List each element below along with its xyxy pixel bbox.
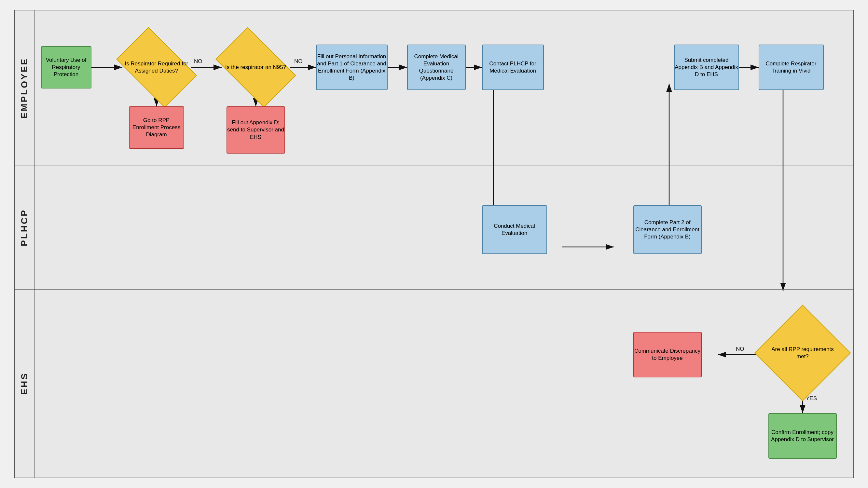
fill-appendix-d-node: Fill out Appendix D; send to Supervisor …	[226, 106, 285, 154]
confirm-enrollment-node: Confirm Enrollment; copy Appendix D to S…	[768, 413, 837, 459]
is-n95-diamond: Is the respirator an N95?	[215, 27, 296, 107]
requirements-met-diamond: Are all RPP requirements met?	[754, 304, 851, 401]
svg-text:NO: NO	[736, 346, 744, 352]
ehs-label: EHS	[15, 290, 34, 478]
employee-label-text: EMPLOYEE	[19, 58, 30, 119]
plhcp-label: PLHCP	[15, 166, 34, 289]
submit-appendix-node: Submit completed Appendix B and Appendix…	[674, 44, 739, 90]
swim-lane-plhcp: PLHCP Conduct Medical Evaluation Complet…	[15, 166, 854, 290]
voluntary-use-node: Voluntary Use of Respiratory Protection	[41, 46, 91, 89]
ehs-arrows: NO YES	[34, 290, 854, 478]
ehs-label-text: EHS	[19, 372, 30, 395]
go-to-rpp-node: Go to RPP Enrollment Process Diagram	[129, 106, 184, 149]
ehs-content: NO YES Are all RPP requirements met? Com…	[34, 290, 854, 478]
plhcp-label-text: PLHCP	[19, 209, 30, 246]
complete-medical-q-node: Complete Medical Evaluation Questionnair…	[407, 44, 466, 90]
svg-text:NO: NO	[194, 58, 203, 64]
contact-plhcp-node: Contact PLHCP for Medical Evaluation	[482, 44, 544, 90]
complete-training-node: Complete Respirator Training in Vivid	[758, 44, 824, 90]
swim-lane-ehs: EHS NO YES Are all	[15, 290, 854, 478]
swim-lane-employee: EMPLOYEE	[15, 10, 854, 166]
complete-part2-node: Complete Part 2 of Clearance and Enrollm…	[633, 205, 702, 254]
fill-personal-node: Fill out Personal Information and Part 1…	[316, 44, 388, 90]
plhcp-content: Conduct Medical Evaluation Complete Part…	[34, 166, 854, 289]
employee-label: EMPLOYEE	[15, 10, 34, 166]
svg-text:NO: NO	[294, 58, 303, 64]
diagram-container: EMPLOYEE	[14, 10, 854, 478]
employee-content: NO NO YES YES Voluntary Use of Respirato…	[34, 10, 854, 166]
communicate-discrepancy-node: Communicate Discrepancy to Employee	[633, 332, 702, 378]
conduct-medical-node: Conduct Medical Evaluation	[482, 205, 547, 254]
is-required-diamond: Is Respirator Required for Assigned Duti…	[116, 27, 196, 107]
